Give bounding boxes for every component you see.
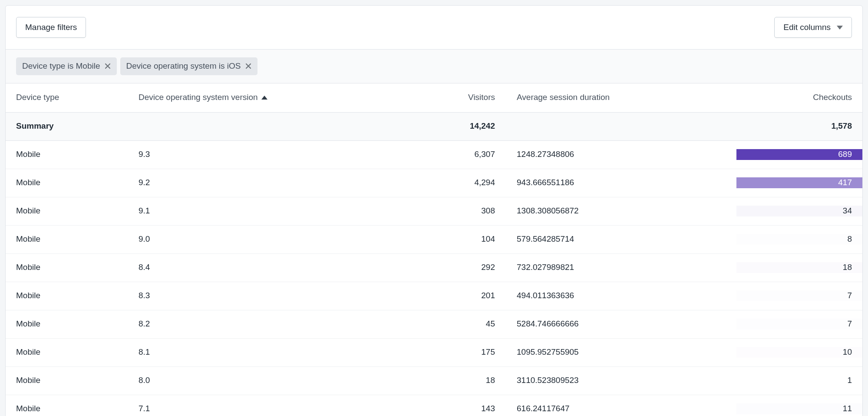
- summary-row: Summary 14,242 1,578: [6, 113, 862, 141]
- cell-visitors: 45: [486, 319, 495, 328]
- edit-columns-button[interactable]: Edit columns: [774, 17, 852, 38]
- cell-os-version: 8.3: [139, 291, 150, 300]
- heatmap-fill: [736, 290, 862, 301]
- close-icon[interactable]: [105, 63, 111, 69]
- sort-asc-icon: [261, 96, 267, 100]
- column-header-visitors[interactable]: Visitors: [431, 92, 495, 103]
- column-header-label: Visitors: [468, 92, 495, 103]
- table-row[interactable]: Mobile9.36,3071248.27348806689: [6, 141, 862, 169]
- cell-avg-duration: 579.564285714: [517, 234, 574, 243]
- cell-device-type: Mobile: [16, 319, 40, 328]
- button-label: Manage filters: [25, 23, 77, 32]
- cell-os-version: 9.1: [139, 206, 150, 215]
- summary-visitors: 14,242: [470, 121, 495, 130]
- table-row[interactable]: Mobile9.0104579.5642857148: [6, 226, 862, 254]
- cell-avg-duration: 3110.523809523: [517, 376, 579, 385]
- cell-os-version: 8.4: [139, 263, 150, 272]
- cell-checkouts: 34: [843, 206, 852, 215]
- heatmap-fill: [736, 234, 862, 245]
- cell-checkouts: 18: [843, 263, 852, 272]
- cell-device-type: Mobile: [16, 376, 40, 385]
- active-filters: Device type is Mobile Device operating s…: [6, 50, 862, 83]
- cell-device-type: Mobile: [16, 206, 40, 215]
- column-header-device-type[interactable]: Device type: [16, 92, 125, 103]
- table-row[interactable]: Mobile7.1143616.2411764711: [6, 395, 862, 416]
- cell-os-version: 9.0: [139, 234, 150, 243]
- cell-device-type: Mobile: [16, 178, 40, 187]
- table-row[interactable]: Mobile8.2455284.7466666667: [6, 310, 862, 339]
- filter-chip-label: Device operating system is iOS: [126, 61, 241, 72]
- report-table: Device type Device operating system vers…: [6, 83, 862, 416]
- table-row[interactable]: Mobile8.4292732.02798982118: [6, 254, 862, 282]
- cell-avg-duration: 494.011363636: [517, 291, 574, 300]
- button-label: Edit columns: [783, 23, 831, 32]
- column-header-avg-duration[interactable]: Average session duration: [517, 92, 729, 103]
- heatmap-fill: [736, 375, 862, 386]
- filter-chip[interactable]: Device operating system is iOS: [120, 57, 257, 75]
- cell-device-type: Mobile: [16, 150, 40, 159]
- filter-chip[interactable]: Device type is Mobile: [16, 57, 117, 75]
- cell-device-type: Mobile: [16, 404, 40, 413]
- cell-avg-duration: 732.027989821: [517, 263, 574, 272]
- cell-device-type: Mobile: [16, 291, 40, 300]
- table-row[interactable]: Mobile9.13081308.30805687234: [6, 197, 862, 226]
- column-header-os-version[interactable]: Device operating system version: [139, 92, 417, 103]
- report-card: Manage filters Edit columns Device type …: [5, 5, 863, 416]
- cell-os-version: 8.1: [139, 347, 150, 356]
- cell-visitors: 292: [481, 263, 495, 272]
- cell-visitors: 18: [486, 376, 495, 385]
- cell-device-type: Mobile: [16, 234, 40, 243]
- cell-avg-duration: 1308.308056872: [517, 206, 579, 215]
- cell-checkouts: 689: [838, 150, 852, 159]
- cell-visitors: 104: [481, 234, 495, 243]
- cell-avg-duration: 5284.746666666: [517, 319, 579, 328]
- cell-checkouts: 8: [847, 234, 852, 243]
- cell-avg-duration: 616.24117647: [517, 404, 570, 413]
- cell-checkouts: 7: [847, 319, 852, 328]
- cell-checkouts: 7: [847, 291, 852, 300]
- cell-checkouts: 1: [847, 376, 852, 385]
- column-header-label: Checkouts: [813, 92, 852, 103]
- cell-checkouts: 11: [843, 404, 852, 413]
- table-header-row: Device type Device operating system vers…: [6, 83, 862, 113]
- cell-visitors: 6,307: [474, 150, 495, 159]
- cell-device-type: Mobile: [16, 263, 40, 272]
- cell-visitors: 308: [481, 206, 495, 215]
- cell-avg-duration: 1095.952755905: [517, 347, 579, 356]
- close-icon[interactable]: [245, 63, 251, 69]
- table-row[interactable]: Mobile8.11751095.95275590510: [6, 339, 862, 367]
- cell-visitors: 143: [481, 404, 495, 413]
- cell-os-version: 9.3: [139, 150, 150, 159]
- column-header-label: Device type: [16, 92, 59, 103]
- column-header-label: Device operating system version: [139, 92, 258, 103]
- cell-device-type: Mobile: [16, 347, 40, 356]
- cell-os-version: 9.2: [139, 178, 150, 187]
- cell-os-version: 8.0: [139, 376, 150, 385]
- heatmap-fill: [736, 319, 862, 329]
- cell-visitors: 201: [481, 291, 495, 300]
- filter-chip-label: Device type is Mobile: [22, 61, 100, 72]
- summary-label: Summary: [16, 121, 54, 130]
- cell-checkouts: 10: [843, 347, 852, 356]
- column-header-label: Average session duration: [517, 92, 610, 103]
- cell-visitors: 4,294: [474, 178, 495, 187]
- table-row[interactable]: Mobile8.3201494.0113636367: [6, 282, 862, 310]
- chevron-down-icon: [837, 26, 843, 30]
- manage-filters-button[interactable]: Manage filters: [16, 17, 86, 38]
- summary-checkouts: 1,578: [831, 121, 852, 130]
- cell-visitors: 175: [481, 347, 495, 356]
- cell-os-version: 8.2: [139, 319, 150, 328]
- cell-checkouts: 417: [838, 178, 852, 187]
- table-row[interactable]: Mobile9.24,294943.666551186417: [6, 169, 862, 197]
- column-header-checkouts[interactable]: Checkouts: [743, 92, 852, 103]
- toolbar: Manage filters Edit columns: [6, 6, 862, 50]
- cell-avg-duration: 1248.27348806: [517, 150, 574, 159]
- cell-avg-duration: 943.666551186: [517, 178, 574, 187]
- table-row[interactable]: Mobile8.0183110.5238095231: [6, 367, 862, 395]
- cell-os-version: 7.1: [139, 404, 150, 413]
